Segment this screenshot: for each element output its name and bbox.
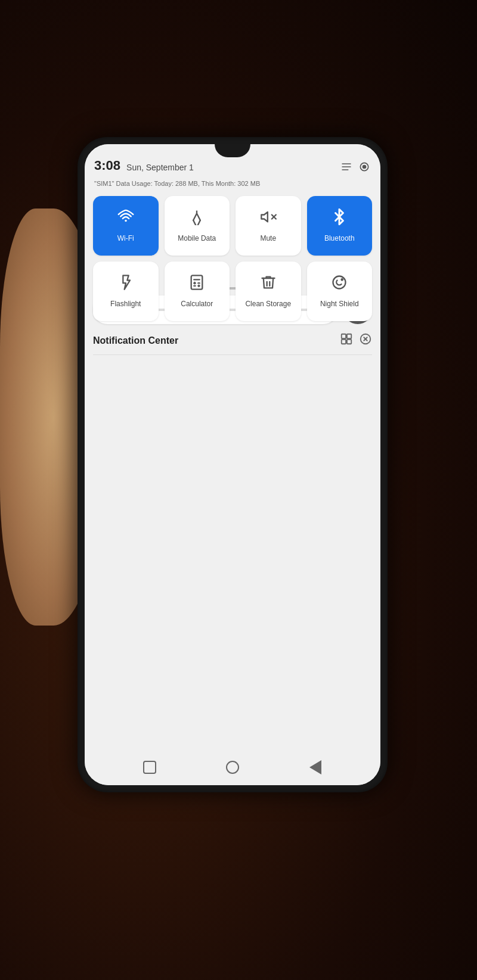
mute-tile[interactable]: Mute bbox=[236, 196, 301, 256]
status-date: Sun, September 1 bbox=[126, 163, 340, 173]
recents-button[interactable] bbox=[141, 758, 159, 776]
flashlight-icon bbox=[117, 274, 134, 295]
wifi-icon bbox=[117, 209, 134, 229]
calculator-icon bbox=[188, 274, 205, 295]
calculator-label: Calculator bbox=[181, 300, 213, 308]
notification-center-title: Notification Center bbox=[93, 335, 178, 346]
back-button[interactable] bbox=[306, 758, 324, 776]
wifi-tile[interactable]: Wi-Fi bbox=[93, 196, 159, 256]
recents-icon bbox=[143, 761, 156, 774]
navigation-bar bbox=[85, 749, 380, 785]
notification-manage-icon[interactable] bbox=[340, 332, 353, 349]
phone-device: 3:08 Sun, September 1 bbox=[78, 137, 388, 792]
wifi-label: Wi-Fi bbox=[117, 234, 134, 242]
svg-point-21 bbox=[342, 279, 343, 280]
nightshield-tile[interactable]: Night Shield bbox=[307, 262, 373, 321]
back-icon bbox=[309, 760, 321, 774]
tiles-row-1: Wi-Fi Mobile Data bbox=[93, 196, 372, 256]
status-time: 3:08 bbox=[94, 158, 120, 173]
svg-rect-24 bbox=[342, 340, 346, 344]
notification-clear-icon[interactable] bbox=[359, 332, 372, 349]
notification-header: Notification Center bbox=[93, 332, 372, 355]
tiles-row-2: Flashlight bbox=[93, 262, 372, 321]
bluetooth-tile[interactable]: Bluetooth bbox=[307, 196, 373, 256]
notification-header-icons bbox=[340, 332, 372, 349]
data-usage-bar: "SIM1" Data Usage: Today: 288 MB, This M… bbox=[85, 177, 380, 190]
calculator-tile[interactable]: Calculator bbox=[165, 262, 230, 321]
list-icon bbox=[340, 160, 353, 173]
mobile-data-icon bbox=[188, 209, 205, 229]
flashlight-tile[interactable]: Flashlight bbox=[93, 262, 159, 321]
data-usage-text: "SIM1" Data Usage: Today: 288 MB, This M… bbox=[94, 180, 260, 187]
bluetooth-label: Bluetooth bbox=[324, 234, 355, 242]
mobiledata-tile[interactable]: Mobile Data bbox=[165, 196, 230, 256]
clean-storage-label: Clean Storage bbox=[245, 300, 291, 308]
mute-label: Mute bbox=[260, 234, 276, 242]
svg-point-5 bbox=[125, 220, 127, 222]
svg-rect-25 bbox=[347, 340, 351, 344]
record-icon bbox=[358, 160, 371, 173]
mute-icon bbox=[260, 209, 277, 229]
svg-rect-22 bbox=[342, 334, 346, 338]
home-icon bbox=[226, 761, 239, 774]
home-button[interactable] bbox=[224, 758, 241, 776]
cleanstorage-tile[interactable]: Clean Storage bbox=[236, 262, 301, 321]
svg-rect-23 bbox=[347, 334, 351, 338]
svg-point-20 bbox=[333, 276, 346, 289]
night-shield-icon bbox=[331, 274, 348, 295]
svg-marker-7 bbox=[261, 212, 268, 222]
notification-center: Notification Center bbox=[93, 332, 372, 355]
mobiledata-label: Mobile Data bbox=[178, 234, 216, 242]
quick-tiles-area: Wi-Fi Mobile Data bbox=[85, 190, 380, 333]
bluetooth-icon bbox=[331, 209, 348, 229]
svg-point-4 bbox=[363, 165, 367, 169]
flashlight-label: Flashlight bbox=[110, 300, 141, 308]
svg-rect-10 bbox=[191, 276, 203, 290]
clean-storage-icon bbox=[260, 274, 277, 295]
scene: 3:08 Sun, September 1 bbox=[0, 0, 477, 980]
phone-screen: 3:08 Sun, September 1 bbox=[85, 144, 380, 785]
status-icons bbox=[340, 160, 371, 173]
night-shield-label: Night Shield bbox=[320, 300, 359, 308]
notification-empty-area bbox=[85, 355, 380, 564]
